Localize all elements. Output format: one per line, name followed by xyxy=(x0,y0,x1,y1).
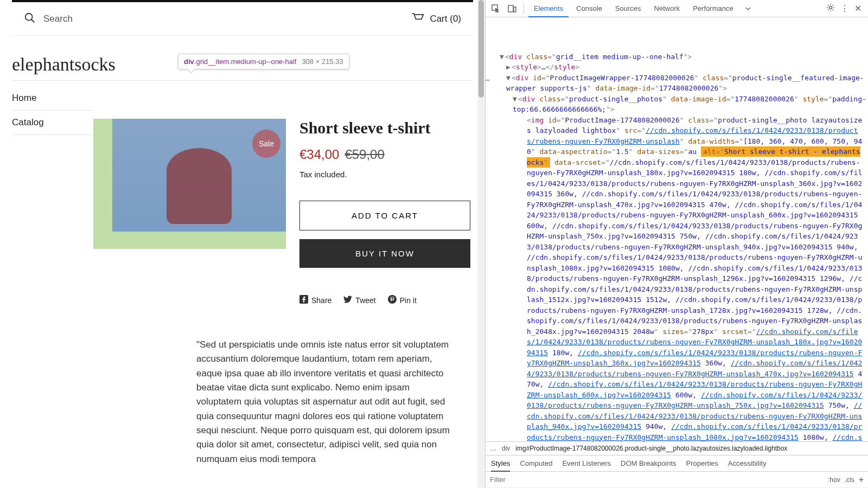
nav-home[interactable]: Home xyxy=(12,93,93,111)
svg-point-0 xyxy=(25,14,33,21)
inspect-element-icon[interactable] xyxy=(489,2,503,16)
devtools-panel: Elements Console Sources Network Perform… xyxy=(486,0,868,488)
product-description: "Sed ut perspiciatis unde omnis iste nat… xyxy=(196,338,451,466)
topbar: Search Cart (0) xyxy=(12,0,473,36)
styles-filter-input[interactable] xyxy=(490,476,824,484)
svg-line-1 xyxy=(31,20,35,23)
collapsed-ellipsis-icon: ⋯ xyxy=(486,74,490,87)
add-to-cart-button[interactable]: ADD TO CART xyxy=(299,201,470,230)
product-image[interactable]: Sale xyxy=(112,119,286,232)
share-pinterest[interactable]: Pin it xyxy=(388,295,417,305)
product-title: Short sleeve t-shirt xyxy=(299,119,473,137)
dom-tree[interactable]: ⋯ ▼<div class="grid__item medium-up--one… xyxy=(486,17,868,441)
subtab-properties[interactable]: Properties xyxy=(686,455,718,472)
tab-network[interactable]: Network xyxy=(649,0,686,17)
pinterest-icon xyxy=(388,295,397,305)
svg-rect-6 xyxy=(514,7,516,12)
nav-catalog[interactable]: Catalog xyxy=(12,111,93,135)
subtab-accessibility[interactable]: Accessibility xyxy=(728,455,767,472)
inspect-tooltip: div.grid__item.medium-up--one-half308 × … xyxy=(178,54,349,69)
page-scrollbar[interactable] xyxy=(477,0,485,488)
inspected-element-highlight: Sale xyxy=(93,119,286,249)
svg-point-3 xyxy=(388,295,397,304)
svg-point-7 xyxy=(829,7,832,9)
share-facebook[interactable]: Share xyxy=(299,295,331,305)
settings-icon[interactable] xyxy=(826,3,835,14)
breadcrumb-trail[interactable]: … div img#ProductImage-17748082000026.pr… xyxy=(486,441,868,455)
styles-subtabs: Styles Computed Event Listeners DOM Brea… xyxy=(486,455,868,472)
search-input[interactable]: Search xyxy=(43,14,73,24)
facebook-icon xyxy=(299,295,308,305)
device-toolbar-icon[interactable] xyxy=(505,2,519,16)
social-share: Share Tweet Pin it xyxy=(299,295,473,305)
cart-link[interactable]: Cart (0) xyxy=(411,12,461,25)
subtab-event-listeners[interactable]: Event Listeners xyxy=(562,455,611,472)
more-tabs-icon[interactable] xyxy=(741,2,755,16)
new-style-rule-icon[interactable]: + xyxy=(859,475,864,485)
page-viewport: Search Cart (0) elephantsocks Home Catal… xyxy=(0,0,486,488)
kebab-icon[interactable]: ⋮ xyxy=(840,3,849,14)
tab-sources[interactable]: Sources xyxy=(610,0,647,17)
svg-rect-5 xyxy=(508,5,513,12)
styles-filter-row: :hov .cls + xyxy=(486,472,868,488)
buy-now-button[interactable]: BUY IT NOW xyxy=(299,239,470,268)
tab-console[interactable]: Console xyxy=(571,0,608,17)
cart-icon xyxy=(411,12,424,25)
cls-toggle[interactable]: .cls xyxy=(845,476,854,484)
subtab-dom-breakpoints[interactable]: DOM Breakpoints xyxy=(621,455,676,472)
tax-note: Tax included. xyxy=(299,170,473,179)
main-content: div.grid__item.medium-up--one-half308 × … xyxy=(93,80,473,466)
share-twitter[interactable]: Tweet xyxy=(343,295,375,305)
close-devtools-icon[interactable]: ✕ xyxy=(854,3,861,14)
subtab-styles[interactable]: Styles xyxy=(491,455,510,472)
tab-elements[interactable]: Elements xyxy=(528,0,569,17)
hov-toggle[interactable]: :hov xyxy=(828,476,840,484)
devtools-tabbar: Elements Console Sources Network Perform… xyxy=(486,0,868,17)
search-icon[interactable] xyxy=(24,12,36,25)
subtab-computed[interactable]: Computed xyxy=(520,455,552,472)
sale-badge: Sale xyxy=(252,130,280,158)
tab-performance[interactable]: Performance xyxy=(687,0,738,17)
price: €34,00€59,00 xyxy=(299,147,473,162)
twitter-icon xyxy=(343,295,352,305)
sidebar-nav: Home Catalog xyxy=(12,80,93,466)
cart-label: Cart (0) xyxy=(430,14,461,24)
